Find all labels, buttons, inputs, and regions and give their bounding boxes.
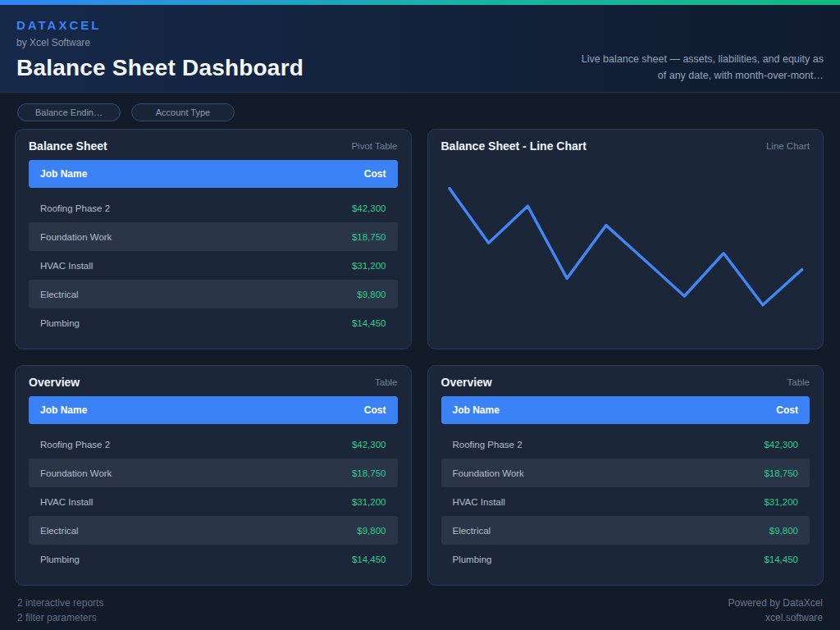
table-row: Electrical$9,800 [441,516,810,545]
column-header-job-name[interactable]: Job Name [40,404,87,416]
table-row: Foundation Work$18,750 [29,459,398,487]
job-name-cell: Roofing Phase 2 [40,203,110,213]
table-body: Roofing Phase 2$42,300Foundation Work$18… [441,430,810,573]
table-body: Roofing Phase 2$42,300Foundation Work$18… [29,430,398,573]
line-series [449,189,801,305]
card-header: Balance Sheet Pivot Table [29,139,398,153]
filter-chip-account-type[interactable]: Account Type [131,103,235,121]
card-header: Overview Table [29,376,398,389]
cost-cell: $18,750 [352,232,386,242]
card-type-badge: Table [375,377,398,387]
column-header-job-name[interactable]: Job Name [453,404,500,416]
column-header-job-name[interactable]: Job Name [40,168,87,180]
table-row: Plumbing$14,450 [29,308,398,337]
job-name-cell: Roofing Phase 2 [40,440,110,450]
job-name-cell: Foundation Work [40,468,112,478]
cost-cell: $9,800 [357,526,386,536]
job-name-cell: Plumbing [40,318,80,328]
footer-reports-count: 2 interactive reports [17,596,103,610]
cost-cell: $14,450 [764,555,798,564]
brand-byline: by Xcel Software [16,37,824,48]
table-row: Electrical$9,800 [29,516,398,545]
cost-cell: $18,750 [764,468,798,478]
cost-cell: $9,800 [357,290,386,299]
card-line-chart: Balance Sheet - Line Chart Line Chart [427,129,824,349]
job-name-cell: Electrical [40,290,79,299]
card-title: Balance Sheet [29,139,107,153]
card-title: Overview [29,376,80,389]
cost-cell: $31,200 [352,261,386,271]
card-title: Overview [441,376,492,389]
cost-cell: $9,800 [769,526,798,536]
table-row: Electrical$9,800 [29,280,398,308]
column-header-cost[interactable]: Cost [364,404,386,416]
job-name-cell: Plumbing [40,555,80,564]
cost-cell: $42,300 [764,440,798,450]
card-balance-sheet: Balance Sheet Pivot Table Job Name Cost … [15,129,412,349]
app-header: DATAXCEL by Xcel Software Balance Sheet … [0,5,840,93]
table-row: HVAC Install$31,200 [29,487,398,516]
line-chart-area [441,160,810,328]
job-name-cell: Foundation Work [40,232,112,242]
table-row: HVAC Install$31,200 [29,251,398,280]
job-name-cell: HVAC Install [453,497,505,507]
cost-cell: $42,300 [352,203,386,213]
report-grid: Balance Sheet Pivot Table Job Name Cost … [0,129,840,586]
dashboard-description: Live balance sheet — assets, liabilities… [553,51,824,84]
footer-filters-count: 2 filter parameters [17,610,103,625]
table-row: Plumbing$14,450 [29,545,398,573]
cost-cell: $31,200 [352,497,386,507]
job-name-cell: Plumbing [453,555,492,564]
card-type-badge: Pivot Table [351,141,397,151]
card-header: Balance Sheet - Line Chart Line Chart [441,139,810,153]
column-header-cost[interactable]: Cost [364,168,386,180]
job-name-cell: Electrical [453,526,491,536]
app-footer: 2 interactive reports 2 filter parameter… [0,586,840,625]
job-name-cell: Roofing Phase 2 [453,440,523,450]
footer-stats: 2 interactive reports 2 filter parameter… [17,596,103,625]
card-overview-right: Overview Table Job Name Cost Roofing Pha… [427,365,824,586]
card-overview-left: Overview Table Job Name Cost Roofing Pha… [15,365,412,586]
table-row: HVAC Install$31,200 [441,487,810,516]
cost-cell: $31,200 [764,497,798,507]
job-name-cell: Foundation Work [453,468,524,478]
table-header-row: Job Name Cost [441,396,810,424]
column-header-cost[interactable]: Cost [776,404,798,416]
brand-logo: DATAXCEL [16,18,824,32]
footer-credit: Powered by DataXcel xcel.software [728,596,823,625]
footer-website: xcel.software [728,610,823,625]
job-name-cell: HVAC Install [40,497,93,507]
job-name-cell: HVAC Install [40,261,93,271]
cost-cell: $14,450 [352,318,386,328]
card-type-badge: Table [788,377,810,387]
filter-toolbar: Balance Endin… Account Type [0,93,840,129]
card-type-badge: Line Chart [766,141,810,151]
cost-cell: $18,750 [352,468,386,478]
filter-chip-balance-ending[interactable]: Balance Endin… [17,103,121,121]
footer-powered-by: Powered by DataXcel [728,596,823,610]
dashboard-description-line2: of any date, with month-over-mont… [553,67,824,84]
table-row: Roofing Phase 2$42,300 [441,430,810,459]
dashboard-description-line1: Live balance sheet — assets, liabilities… [553,51,824,67]
card-title: Balance Sheet - Line Chart [441,139,587,153]
line-chart-svg [441,160,810,328]
table-row: Roofing Phase 2$42,300 [29,430,398,459]
table-header-row: Job Name Cost [29,160,398,188]
cost-cell: $14,450 [352,555,386,564]
table-body: Roofing Phase 2$42,300Foundation Work$18… [29,194,398,337]
table-row: Foundation Work$18,750 [29,222,398,251]
card-header: Overview Table [441,376,810,389]
table-row: Roofing Phase 2$42,300 [29,194,398,222]
job-name-cell: Electrical [40,526,79,536]
cost-cell: $42,300 [352,440,386,450]
table-row: Plumbing$14,450 [441,545,810,573]
table-header-row: Job Name Cost [29,396,398,424]
table-row: Foundation Work$18,750 [441,459,810,487]
